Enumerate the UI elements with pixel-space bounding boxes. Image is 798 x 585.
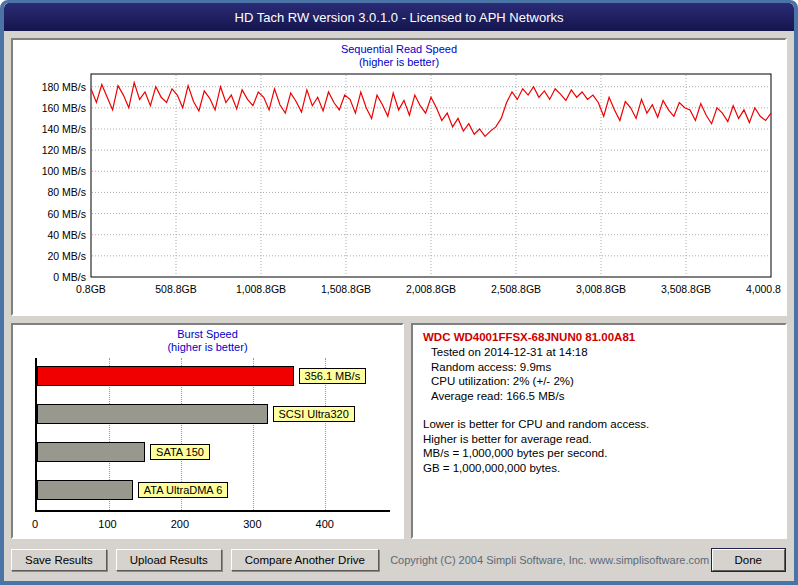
seq-x-tick-label: 1,008.8GB [236,283,286,295]
info-note-line: GB = 1,000,000,000 bytes. [423,461,775,476]
seq-chart-subtitle: (higher is better) [13,56,785,69]
burst-bar [37,480,133,500]
burst-bar [37,366,294,386]
seq-y-tick-label: 60 MB/s [47,208,86,220]
window-title: HD Tach RW version 3.0.1.0 - Licensed to… [235,10,564,25]
seq-y-tick-label: 0 MB/s [53,271,86,283]
burst-x-axis: 0100200300400 [35,518,390,532]
seq-x-tick-label: 3,508.8GB [661,283,711,295]
button-bar: Save Results Upload Results Compare Anot… [11,546,787,574]
bottom-row: Burst Speed (higher is better) 356.1 MB/… [11,323,787,539]
info-notes: Lower is better for CPU and random acces… [423,417,775,475]
done-button[interactable]: Done [712,549,786,571]
burst-bar-row: ATA UltraDMA 6 [37,480,390,500]
drive-info-panel: WDC WD4001FFSX-68JNUN0 81.00A81 Tested o… [411,323,787,539]
copyright-text: Copyright (C) 2004 Simpli Software, Inc.… [388,554,712,566]
drive-stat-line: CPU utilization: 2% (+/- 2%) [423,374,775,389]
seq-x-tick-label: 4,000.8GB [746,283,781,295]
drive-stat-line: Tested on 2014-12-31 at 14:18 [423,345,775,360]
save-results-button[interactable]: Save Results [11,549,107,571]
burst-bar-row: 356.1 MB/s [37,366,390,386]
burst-bar-row: SCSI Ultra320 [37,404,390,424]
seq-y-tick-label: 20 MB/s [47,250,86,262]
burst-plot-area: 356.1 MB/sSCSI Ultra320SATA 150ATA Ultra… [35,358,390,512]
burst-bar-label: ATA UltraDMA 6 [138,482,228,498]
burst-bar-row: SATA 150 [37,442,390,462]
app-window: HD Tach RW version 3.0.1.0 - Licensed to… [0,0,798,585]
seq-y-tick-label: 100 MB/s [42,165,86,177]
seq-x-tick-label: 1,508.8GB [321,283,371,295]
burst-bar-label: SCSI Ultra320 [273,406,355,422]
seq-x-tick-label: 0.8GB [76,283,106,295]
info-note-line: Higher is better for average read. [423,432,775,447]
seq-x-tick-label: 2,508.8GB [491,283,541,295]
burst-chart-subtitle: (higher is better) [13,341,402,354]
seq-y-tick-label: 40 MB/s [47,229,86,241]
seq-y-tick-label: 180 MB/s [42,81,86,93]
upload-results-button[interactable]: Upload Results [116,549,222,571]
burst-x-tick-label: 0 [32,518,38,530]
burst-bar [37,442,145,462]
seq-x-tick-label: 3,008.8GB [576,283,626,295]
info-note-line: MB/s = 1,000,000 bytes per second. [423,446,775,461]
seq-y-tick-label: 80 MB/s [47,186,86,198]
burst-speed-chart: 356.1 MB/sSCSI Ultra320SATA 150ATA Ultra… [19,356,398,536]
burst-bar-label: 356.1 MB/s [299,368,367,384]
burst-x-tick-label: 100 [98,518,116,530]
drive-stat-line: Random access: 9.9ms [423,360,775,375]
seq-x-tick-label: 2,008.8GB [406,283,456,295]
info-note-line: Lower is better for CPU and random acces… [423,417,775,432]
burst-x-tick-label: 200 [171,518,189,530]
seq-x-tick-label: 508.8GB [155,283,196,295]
burst-speed-panel: Burst Speed (higher is better) 356.1 MB/… [11,323,404,539]
sequential-read-panel: Sequential Read Speed (higher is better)… [11,38,787,316]
title-bar: HD Tach RW version 3.0.1.0 - Licensed to… [4,3,794,31]
seq-y-tick-label: 160 MB/s [42,102,86,114]
sequential-read-chart: 0 MB/s20 MB/s40 MB/s60 MB/s80 MB/s100 MB… [13,69,781,311]
burst-bar-label: SATA 150 [150,444,210,460]
burst-x-tick-label: 400 [316,518,334,530]
seq-y-tick-label: 140 MB/s [42,123,86,135]
compare-another-drive-button[interactable]: Compare Another Drive [231,549,379,571]
burst-bar [37,404,268,424]
burst-x-tick-label: 300 [243,518,261,530]
window-content: Sequential Read Speed (higher is better)… [4,31,794,581]
seq-y-tick-label: 120 MB/s [42,144,86,156]
drive-model-text: WDC WD4001FFSX-68JNUN0 81.00A81 [423,330,775,345]
drive-stats: Tested on 2014-12-31 at 14:18Random acce… [423,345,775,403]
burst-chart-title: Burst Speed [13,328,402,341]
seq-chart-title: Sequential Read Speed [13,43,785,56]
drive-stat-line: Average read: 166.5 MB/s [423,389,775,404]
